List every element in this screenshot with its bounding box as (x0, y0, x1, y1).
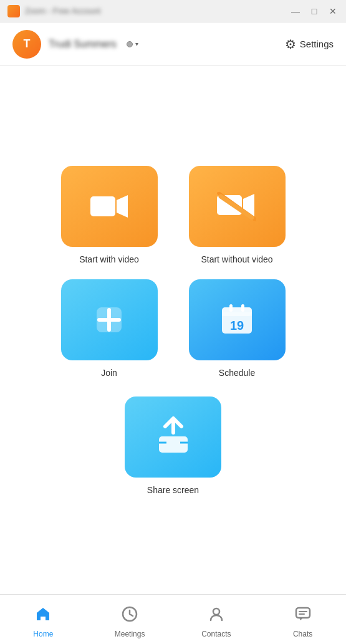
gear-icon: ⚙ (285, 37, 296, 52)
video-camera-off-icon (216, 190, 258, 223)
main-content: Start with video Start without video (0, 66, 346, 594)
nav-home[interactable]: Home (0, 595, 87, 644)
schedule-label: Schedule (219, 368, 255, 378)
start-with-video-button[interactable] (61, 166, 158, 247)
title-bar: Zoom - Free Account — □ ✕ (0, 0, 346, 22)
header: T Trudi Summers ▾ ⚙ Settings (0, 22, 346, 66)
contacts-icon (208, 605, 225, 627)
profile-section: T Trudi Summers ▾ (12, 30, 138, 59)
start-without-video-button[interactable] (189, 166, 286, 247)
start-without-video-label: Start without video (201, 254, 272, 264)
share-screen-row[interactable]: Share screen (125, 396, 221, 495)
svg-point-22 (213, 608, 219, 615)
join-button[interactable] (61, 279, 158, 360)
share-screen-button[interactable] (125, 396, 221, 478)
home-label: Home (33, 630, 53, 638)
svg-rect-17 (159, 436, 188, 453)
status-dropdown-arrow: ▾ (135, 41, 138, 47)
start-without-video-item[interactable]: Start without video (189, 166, 286, 264)
title-bar-left: Zoom - Free Account (7, 5, 100, 17)
app-logo (7, 5, 20, 17)
video-camera-icon (89, 191, 129, 221)
contacts-label: Contacts (201, 630, 231, 638)
join-item[interactable]: Join (61, 279, 158, 378)
minimize-button[interactable]: — (290, 6, 301, 17)
home-icon (34, 605, 52, 627)
window-controls[interactable]: — □ ✕ (290, 6, 339, 17)
status-dot (127, 41, 133, 47)
meetings-label: Meetings (115, 630, 145, 638)
svg-rect-13 (222, 312, 252, 316)
chats-icon (294, 605, 312, 627)
start-with-video-label: Start with video (79, 254, 139, 264)
schedule-item[interactable]: 19 Schedule (189, 279, 286, 378)
window-title: Zoom - Free Account (25, 6, 100, 16)
nav-chats[interactable]: Chats (259, 595, 346, 644)
status-indicator[interactable]: ▾ (127, 41, 138, 47)
share-screen-label: Share screen (147, 485, 199, 495)
svg-rect-0 (90, 196, 115, 216)
nav-meetings[interactable]: Meetings (87, 595, 173, 644)
bottom-navigation: Home Meetings Contacts (0, 594, 346, 644)
svg-rect-15 (241, 304, 244, 312)
maximize-button[interactable]: □ (309, 6, 320, 17)
chats-label: Chats (293, 630, 312, 638)
meetings-icon (121, 605, 138, 627)
profile-name: Trudi Summers (49, 39, 117, 50)
settings-button[interactable]: ⚙ Settings (285, 37, 334, 52)
share-screen-icon (151, 415, 195, 459)
svg-text:19: 19 (230, 319, 244, 332)
plus-icon (89, 300, 129, 340)
calendar-icon: 19 (218, 301, 256, 339)
svg-rect-23 (296, 608, 310, 618)
top-button-grid: Start with video Start without video (61, 166, 286, 378)
avatar: T (12, 30, 41, 59)
nav-contacts[interactable]: Contacts (173, 595, 260, 644)
schedule-button[interactable]: 19 (189, 279, 286, 360)
svg-marker-1 (117, 195, 128, 218)
join-label: Join (101, 368, 117, 378)
start-with-video-item[interactable]: Start with video (61, 166, 158, 264)
settings-label: Settings (300, 39, 334, 49)
svg-rect-14 (229, 304, 233, 312)
close-button[interactable]: ✕ (327, 6, 339, 17)
